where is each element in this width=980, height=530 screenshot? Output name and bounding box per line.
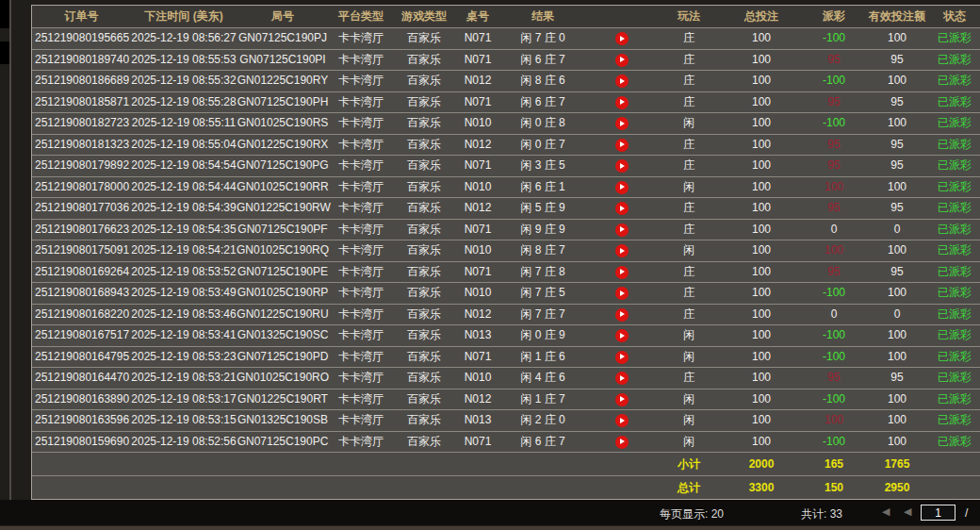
play-cell: 庄	[659, 262, 719, 282]
replay-cell	[585, 432, 659, 452]
game-cell: 百家乐	[393, 368, 455, 388]
left-black-patch	[0, 41, 9, 64]
time-cell: 2025-12-19 08:56:27	[131, 28, 237, 48]
play-triangle	[620, 333, 625, 339]
result-cell: 闲 1 庄 7	[500, 389, 585, 409]
play-icon[interactable]	[615, 244, 629, 257]
game-cell: 百家乐	[393, 177, 455, 197]
replay-cell	[585, 177, 659, 197]
play-icon[interactable]	[615, 308, 629, 322]
table-row: 2512190801866892025-12-19 08:55:32GN0122…	[32, 70, 980, 91]
valid-cell: 100	[864, 113, 930, 133]
payout-cell: 100	[804, 177, 864, 197]
bet-cell: 100	[719, 410, 804, 430]
play-icon[interactable]	[615, 351, 629, 364]
time-cell: 2025-12-19 08:55:11	[131, 113, 237, 133]
order-cell: 251219080182723	[32, 113, 131, 133]
status-cell: 已派彩	[930, 28, 979, 48]
first-page-icon[interactable]: ◀	[882, 505, 890, 518]
play-icon[interactable]	[615, 436, 629, 449]
play-triangle	[620, 396, 625, 402]
result-cell: 闲 0 庄 8	[500, 113, 585, 133]
game-cell: 百家乐	[393, 71, 455, 91]
grand-total-row: 总计33001502950	[32, 475, 980, 499]
round-cell: GN01225C190RW	[237, 198, 329, 218]
subtotal-row: 小计20001651765	[32, 452, 980, 475]
replay-cell	[585, 50, 659, 70]
payout-cell: 0	[804, 305, 864, 324]
page-number-input[interactable]	[921, 505, 956, 521]
platform-cell: 卡卡湾厅	[329, 410, 393, 430]
bet-cell: 100	[719, 135, 804, 155]
play-icon[interactable]	[615, 266, 629, 279]
order-cell: 251219080169264	[32, 262, 131, 282]
play-icon[interactable]	[615, 224, 629, 237]
play-cell: 闲	[659, 410, 719, 430]
game-cell: 百家乐	[393, 240, 455, 260]
play-icon[interactable]	[615, 117, 629, 130]
subtotal-label: 小计	[659, 456, 719, 472]
platform-cell: 卡卡湾厅	[329, 347, 393, 367]
play-icon[interactable]	[615, 54, 629, 67]
play-cell: 庄	[659, 156, 719, 175]
replay-cell	[585, 410, 659, 430]
bet-cell: 100	[719, 389, 804, 409]
round-cell: GN07125C190PC	[237, 432, 329, 452]
play-icon[interactable]	[615, 96, 629, 109]
table-no-cell: N010	[455, 240, 500, 260]
game-cell: 百家乐	[393, 410, 455, 430]
payout-cell: -100	[804, 71, 864, 91]
time-cell: 2025-12-19 08:52:56	[131, 432, 237, 452]
play-triangle	[620, 375, 625, 381]
bet-cell: 100	[719, 156, 804, 175]
status-cell: 已派彩	[930, 305, 979, 324]
play-icon[interactable]	[615, 75, 629, 88]
platform-cell: 卡卡湾厅	[329, 177, 393, 197]
play-icon[interactable]	[615, 372, 629, 385]
prev-page-icon[interactable]: ◀	[904, 505, 911, 518]
payout-cell: 95	[804, 198, 864, 218]
play-icon[interactable]	[615, 329, 629, 342]
play-icon[interactable]	[615, 393, 629, 406]
per-page-label: 每页显示: 20	[660, 506, 724, 522]
play-triangle	[620, 163, 625, 169]
valid-cell: 95	[864, 368, 930, 388]
play-icon[interactable]	[615, 202, 629, 215]
play-triangle	[620, 290, 625, 296]
play-icon[interactable]	[615, 139, 629, 152]
payout-cell: 0	[804, 220, 864, 240]
play-triangle	[620, 121, 625, 126]
result-cell: 闲 6 庄 7	[500, 432, 585, 452]
status-cell: 已派彩	[930, 198, 979, 218]
time-cell: 2025-12-19 08:53:41	[131, 325, 237, 345]
order-cell: 251219080163596	[32, 410, 131, 430]
table-no-cell: N071	[455, 50, 500, 70]
round-cell: GN01025C190RS	[237, 113, 329, 133]
play-icon[interactable]	[615, 181, 629, 194]
play-triangle	[620, 99, 625, 105]
play-triangle	[620, 311, 625, 317]
replay-cell	[585, 325, 659, 345]
platform-cell: 卡卡湾厅	[329, 92, 393, 112]
play-icon[interactable]	[615, 287, 629, 300]
platform-cell: 卡卡湾厅	[329, 135, 393, 155]
platform-cell: 卡卡湾厅	[329, 50, 393, 70]
platform-cell: 卡卡湾厅	[329, 262, 393, 282]
time-cell: 2025-12-19 08:55:32	[131, 71, 237, 91]
table-row: 2512190801780002025-12-19 08:54:44GN0102…	[32, 176, 980, 198]
order-cell: 251219080185871	[32, 92, 131, 112]
play-icon[interactable]	[615, 414, 629, 427]
valid-cell: 100	[864, 240, 930, 260]
left-black-patch	[0, 0, 9, 28]
table-row: 2512190801956652025-12-19 08:56:27GN0712…	[32, 27, 980, 49]
bet-cell: 100	[719, 113, 804, 133]
play-cell: 庄	[659, 368, 719, 388]
table-row: 2512190801692642025-12-19 08:53:52GN0712…	[32, 261, 980, 283]
time-cell: 2025-12-19 08:53:52	[131, 262, 237, 282]
play-icon[interactable]	[615, 159, 629, 173]
play-icon[interactable]	[615, 32, 629, 45]
round-cell: GN01225C190RU	[237, 305, 329, 324]
table-row: 2512190801858712025-12-19 08:55:28GN0712…	[32, 91, 980, 113]
status-cell: 已派彩	[930, 220, 979, 240]
subtotal-bet: 2000	[719, 457, 804, 471]
